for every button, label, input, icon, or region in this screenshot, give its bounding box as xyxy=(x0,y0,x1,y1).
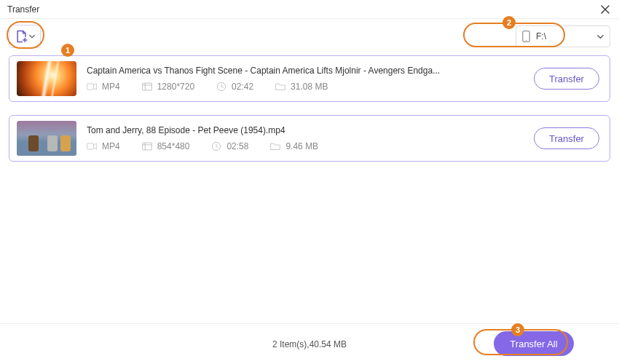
item-info: Tom and Jerry, 88 Episode - Pet Peeve (1… xyxy=(87,125,524,151)
folder-icon xyxy=(275,82,285,92)
svg-rect-7 xyxy=(142,143,151,150)
toolbar: F:\ xyxy=(0,19,619,51)
svg-rect-6 xyxy=(87,143,94,149)
video-thumbnail xyxy=(17,121,76,156)
size-value: 31.08 MB xyxy=(291,82,328,92)
transfer-button[interactable]: Transfer xyxy=(534,127,599,149)
video-icon xyxy=(87,82,97,92)
resolution-icon xyxy=(142,141,152,151)
footer-summary: 2 Item(s),40.54 MB xyxy=(272,339,347,349)
transfer-all-button[interactable]: Transfer All xyxy=(494,331,574,356)
add-file-dropdown[interactable] xyxy=(9,25,41,48)
folder-icon xyxy=(270,141,280,151)
list-item: Captain America vs Thanos Fight Scene - … xyxy=(9,55,610,102)
chevron-down-icon xyxy=(29,33,35,39)
file-add-icon xyxy=(15,29,29,44)
item-info: Captain America vs Thanos Fight Scene - … xyxy=(87,66,524,92)
clock-icon xyxy=(211,141,221,151)
resolution-value: 1280*720 xyxy=(157,82,194,92)
item-title: Captain America vs Thanos Fight Scene - … xyxy=(87,66,524,76)
svg-point-2 xyxy=(526,40,527,41)
format-value: MP4 xyxy=(102,141,120,151)
transfer-button[interactable]: Transfer xyxy=(534,68,599,90)
chevron-down-icon xyxy=(597,33,604,40)
size-value: 9.46 MB xyxy=(285,141,318,151)
clock-icon xyxy=(216,82,226,92)
footer: 2 Item(s),40.54 MB Transfer All xyxy=(0,323,619,364)
resolution-icon xyxy=(142,82,152,92)
list-item: Tom and Jerry, 88 Episode - Pet Peeve (1… xyxy=(9,115,610,162)
destination-label: F:\ xyxy=(536,31,546,41)
format-value: MP4 xyxy=(102,82,120,92)
video-icon xyxy=(87,141,97,151)
device-phone-icon xyxy=(522,31,530,42)
duration-value: 02:42 xyxy=(232,82,253,92)
close-icon xyxy=(601,5,610,14)
svg-rect-4 xyxy=(142,83,151,90)
close-button[interactable] xyxy=(599,3,612,16)
titlebar: Transfer xyxy=(0,0,619,19)
item-meta: MP4 1280*720 02:42 31.08 MB xyxy=(87,82,524,92)
item-meta: MP4 854*480 02:58 9.46 MB xyxy=(87,141,524,151)
window-title: Transfer xyxy=(7,4,39,15)
duration-value: 02:58 xyxy=(226,141,248,151)
destination-select[interactable]: F:\ xyxy=(516,25,610,47)
item-title: Tom and Jerry, 88 Episode - Pet Peeve (1… xyxy=(87,125,524,135)
resolution-value: 854*480 xyxy=(157,141,190,151)
svg-rect-3 xyxy=(87,84,94,90)
video-thumbnail xyxy=(17,61,76,96)
file-list: Captain America vs Thanos Fight Scene - … xyxy=(0,51,619,162)
